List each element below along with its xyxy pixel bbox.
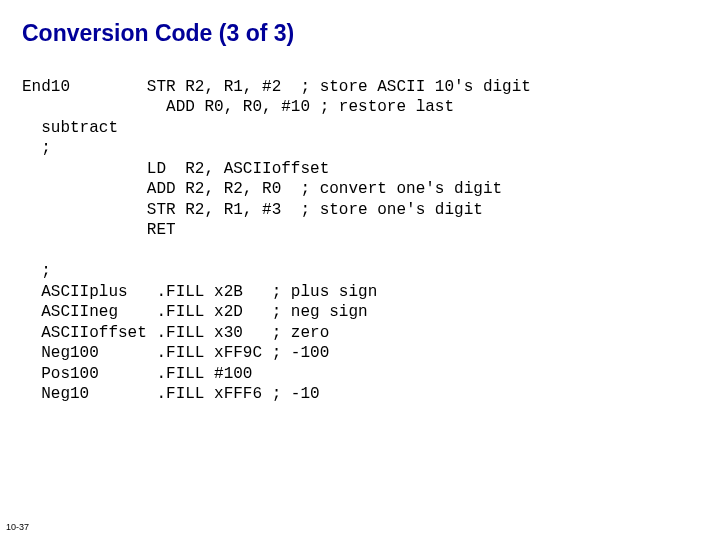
code-line: RET (22, 221, 176, 239)
code-line: Neg100 .FILL xFF9C ; -100 (22, 344, 329, 362)
code-line: End10 STR R2, R1, #2 ; store ASCII 10's … (22, 78, 531, 96)
slide-number: 10-37 (6, 522, 29, 532)
code-line: Neg10 .FILL xFFF6 ; -10 (22, 385, 320, 403)
code-line: ADD R0, R0, #10 ; restore last (22, 98, 454, 116)
code-line: ; (22, 139, 51, 157)
code-line: ASCIIplus .FILL x2B ; plus sign (22, 283, 377, 301)
code-line: ADD R2, R2, R0 ; convert one's digit (22, 180, 502, 198)
page-title: Conversion Code (3 of 3) (22, 20, 698, 47)
code-line: Pos100 .FILL #100 (22, 365, 252, 383)
code-line: ASCIIneg .FILL x2D ; neg sign (22, 303, 368, 321)
code-line: subtract (22, 119, 118, 137)
slide-content: Conversion Code (3 of 3) End10 STR R2, R… (0, 0, 720, 405)
code-line: ; (22, 262, 51, 280)
code-line: ASCIIoffset .FILL x30 ; zero (22, 324, 329, 342)
code-line: LD R2, ASCIIoffset (22, 160, 329, 178)
code-line: STR R2, R1, #3 ; store one's digit (22, 201, 483, 219)
code-block: End10 STR R2, R1, #2 ; store ASCII 10's … (22, 77, 698, 405)
